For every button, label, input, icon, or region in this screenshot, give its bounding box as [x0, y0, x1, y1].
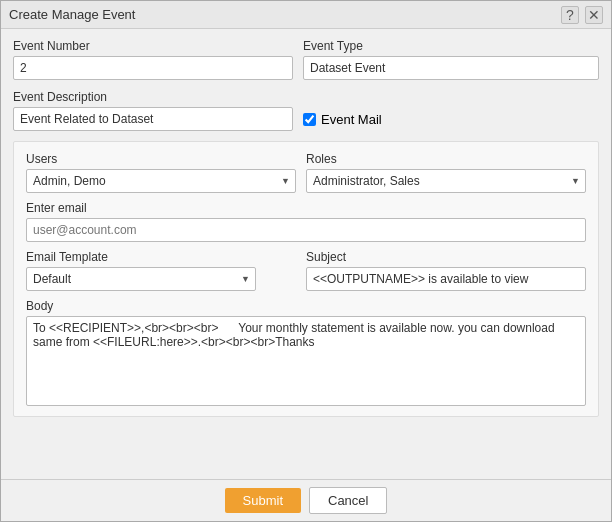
event-description-label: Event Description	[13, 90, 293, 104]
event-mail-checkbox[interactable]	[303, 113, 316, 126]
event-description-input[interactable]	[13, 107, 293, 131]
row-event-desc-mail: Event Description Event Mail	[13, 90, 599, 131]
event-number-input[interactable]	[13, 56, 293, 80]
event-type-input[interactable]	[303, 56, 599, 80]
dialog-footer: Submit Cancel	[1, 479, 611, 521]
enter-email-input[interactable]	[26, 218, 586, 242]
inner-section: Users Admin, Demo Roles Administrator, S…	[13, 141, 599, 417]
body-textarea[interactable]: To <<RECIPIENT>>,<br><br><br>&nbsp;&nbsp…	[26, 316, 586, 406]
field-event-type: Event Type	[303, 39, 599, 80]
field-event-description: Event Description	[13, 90, 293, 131]
cancel-button[interactable]: Cancel	[309, 487, 387, 514]
row-event-number-type: Event Number Event Type	[13, 39, 599, 80]
title-bar-icons: ? ✕	[561, 6, 603, 24]
users-select[interactable]: Admin, Demo	[26, 169, 296, 193]
create-manage-event-dialog: Create Manage Event ? ✕ Event Number Eve…	[0, 0, 612, 522]
roles-label: Roles	[306, 152, 586, 166]
users-select-wrapper: Admin, Demo	[26, 169, 296, 193]
close-icon[interactable]: ✕	[585, 6, 603, 24]
field-event-mail: Event Mail	[303, 112, 599, 131]
field-enter-email: Enter email	[26, 201, 586, 242]
roles-select-wrapper: Administrator, Sales	[306, 169, 586, 193]
email-template-label: Email Template	[26, 250, 296, 264]
event-number-label: Event Number	[13, 39, 293, 53]
users-label: Users	[26, 152, 296, 166]
dialog-content: Event Number Event Type Event Descriptio…	[1, 29, 611, 479]
dialog-title: Create Manage Event	[9, 7, 135, 22]
event-type-label: Event Type	[303, 39, 599, 53]
help-icon[interactable]: ?	[561, 6, 579, 24]
row-users-roles: Users Admin, Demo Roles Administrator, S…	[26, 152, 586, 193]
body-label: Body	[26, 299, 586, 313]
field-subject: Subject	[306, 250, 586, 291]
subject-input[interactable]	[306, 267, 586, 291]
row-template-subject: Email Template Default Subject	[26, 250, 586, 291]
subject-label: Subject	[306, 250, 586, 264]
title-bar: Create Manage Event ? ✕	[1, 1, 611, 29]
event-mail-checkbox-wrap: Event Mail	[303, 112, 382, 127]
field-event-number: Event Number	[13, 39, 293, 80]
field-users: Users Admin, Demo	[26, 152, 296, 193]
field-email-template: Email Template Default	[26, 250, 296, 291]
roles-select[interactable]: Administrator, Sales	[306, 169, 586, 193]
submit-button[interactable]: Submit	[225, 488, 301, 513]
field-body: Body To <<RECIPIENT>>,<br><br><br>&nbsp;…	[26, 299, 586, 406]
field-roles: Roles Administrator, Sales	[306, 152, 586, 193]
email-template-select-wrapper: Default	[26, 267, 256, 291]
email-template-select[interactable]: Default	[26, 267, 256, 291]
enter-email-label: Enter email	[26, 201, 586, 215]
event-mail-label: Event Mail	[321, 112, 382, 127]
